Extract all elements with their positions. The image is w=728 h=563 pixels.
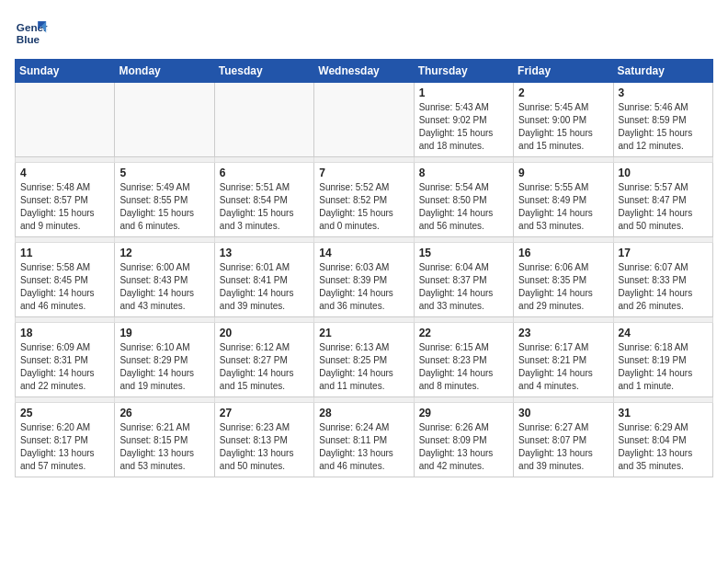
weekday-header-thursday: Thursday bbox=[414, 60, 513, 83]
day-number: 27 bbox=[220, 407, 309, 419]
calendar-cell: 14Sunrise: 6:03 AM Sunset: 8:39 PM Dayli… bbox=[314, 243, 414, 317]
day-info: Sunrise: 5:58 AM Sunset: 8:45 PM Dayligh… bbox=[20, 261, 109, 313]
calendar-week-2: 4Sunrise: 5:48 AM Sunset: 8:57 PM Daylig… bbox=[16, 163, 713, 237]
day-info: Sunrise: 5:43 AM Sunset: 9:02 PM Dayligh… bbox=[419, 101, 508, 153]
day-number: 30 bbox=[518, 407, 608, 419]
day-info: Sunrise: 5:46 AM Sunset: 8:59 PM Dayligh… bbox=[619, 101, 708, 153]
logo: General Blue bbox=[15, 15, 51, 48]
day-number: 15 bbox=[419, 247, 508, 259]
day-info: Sunrise: 6:00 AM Sunset: 8:43 PM Dayligh… bbox=[119, 261, 209, 313]
day-number: 23 bbox=[518, 327, 608, 339]
day-info: Sunrise: 6:04 AM Sunset: 8:37 PM Dayligh… bbox=[419, 261, 508, 313]
day-number: 22 bbox=[419, 327, 508, 339]
day-info: Sunrise: 6:12 AM Sunset: 8:27 PM Dayligh… bbox=[220, 341, 309, 393]
calendar-cell: 22Sunrise: 6:15 AM Sunset: 8:23 PM Dayli… bbox=[414, 323, 513, 397]
day-number: 18 bbox=[20, 327, 109, 339]
calendar-cell: 1Sunrise: 5:43 AM Sunset: 9:02 PM Daylig… bbox=[414, 83, 513, 157]
day-info: Sunrise: 6:24 AM Sunset: 8:11 PM Dayligh… bbox=[319, 421, 408, 473]
day-info: Sunrise: 6:15 AM Sunset: 8:23 PM Dayligh… bbox=[419, 341, 508, 393]
day-info: Sunrise: 6:29 AM Sunset: 8:04 PM Dayligh… bbox=[619, 421, 708, 473]
calendar-cell: 2Sunrise: 5:45 AM Sunset: 9:00 PM Daylig… bbox=[514, 83, 613, 157]
page-header: General Blue bbox=[15, 15, 713, 48]
weekday-header-sunday: Sunday bbox=[16, 60, 115, 83]
day-info: Sunrise: 6:03 AM Sunset: 8:39 PM Dayligh… bbox=[319, 261, 408, 313]
calendar-cell: 5Sunrise: 5:49 AM Sunset: 8:55 PM Daylig… bbox=[115, 163, 214, 237]
weekday-header-friday: Friday bbox=[514, 60, 613, 83]
weekday-header-monday: Monday bbox=[115, 60, 214, 83]
day-info: Sunrise: 6:27 AM Sunset: 8:07 PM Dayligh… bbox=[518, 421, 608, 473]
calendar-cell: 6Sunrise: 5:51 AM Sunset: 8:54 PM Daylig… bbox=[214, 163, 313, 237]
calendar-cell: 10Sunrise: 5:57 AM Sunset: 8:47 PM Dayli… bbox=[613, 163, 712, 237]
weekday-header-tuesday: Tuesday bbox=[214, 60, 313, 83]
calendar-cell: 18Sunrise: 6:09 AM Sunset: 8:31 PM Dayli… bbox=[16, 323, 115, 397]
calendar-cell: 30Sunrise: 6:27 AM Sunset: 8:07 PM Dayli… bbox=[514, 403, 613, 477]
calendar-cell: 4Sunrise: 5:48 AM Sunset: 8:57 PM Daylig… bbox=[16, 163, 115, 237]
day-info: Sunrise: 5:54 AM Sunset: 8:50 PM Dayligh… bbox=[419, 181, 508, 233]
day-info: Sunrise: 5:45 AM Sunset: 9:00 PM Dayligh… bbox=[518, 101, 608, 153]
calendar-cell: 7Sunrise: 5:52 AM Sunset: 8:52 PM Daylig… bbox=[314, 163, 414, 237]
day-info: Sunrise: 5:49 AM Sunset: 8:55 PM Dayligh… bbox=[119, 181, 209, 233]
calendar-cell: 12Sunrise: 6:00 AM Sunset: 8:43 PM Dayli… bbox=[115, 243, 214, 317]
calendar-cell: 13Sunrise: 6:01 AM Sunset: 8:41 PM Dayli… bbox=[214, 243, 313, 317]
day-number: 25 bbox=[20, 407, 109, 419]
day-info: Sunrise: 5:52 AM Sunset: 8:52 PM Dayligh… bbox=[319, 181, 408, 233]
calendar-week-1: 1Sunrise: 5:43 AM Sunset: 9:02 PM Daylig… bbox=[16, 83, 713, 157]
calendar-cell: 15Sunrise: 6:04 AM Sunset: 8:37 PM Dayli… bbox=[414, 243, 513, 317]
day-number: 12 bbox=[119, 247, 209, 259]
day-number: 24 bbox=[619, 327, 708, 339]
day-info: Sunrise: 6:23 AM Sunset: 8:13 PM Dayligh… bbox=[220, 421, 309, 473]
day-number: 9 bbox=[518, 167, 608, 179]
calendar-cell: 26Sunrise: 6:21 AM Sunset: 8:15 PM Dayli… bbox=[115, 403, 214, 477]
day-number: 19 bbox=[119, 327, 209, 339]
day-number: 28 bbox=[319, 407, 408, 419]
day-info: Sunrise: 6:13 AM Sunset: 8:25 PM Dayligh… bbox=[319, 341, 408, 393]
calendar-cell: 8Sunrise: 5:54 AM Sunset: 8:50 PM Daylig… bbox=[414, 163, 513, 237]
day-number: 5 bbox=[119, 167, 209, 179]
day-number: 29 bbox=[419, 407, 508, 419]
day-number: 4 bbox=[20, 167, 109, 179]
day-number: 31 bbox=[619, 407, 708, 419]
day-info: Sunrise: 5:57 AM Sunset: 8:47 PM Dayligh… bbox=[619, 181, 708, 233]
calendar-cell: 28Sunrise: 6:24 AM Sunset: 8:11 PM Dayli… bbox=[314, 403, 414, 477]
day-number: 11 bbox=[20, 247, 109, 259]
calendar-cell: 3Sunrise: 5:46 AM Sunset: 8:59 PM Daylig… bbox=[613, 83, 712, 157]
day-info: Sunrise: 6:17 AM Sunset: 8:21 PM Dayligh… bbox=[518, 341, 608, 393]
calendar-header-row: SundayMondayTuesdayWednesdayThursdayFrid… bbox=[16, 60, 713, 83]
day-info: Sunrise: 6:01 AM Sunset: 8:41 PM Dayligh… bbox=[220, 261, 309, 313]
day-number: 26 bbox=[119, 407, 209, 419]
weekday-header-saturday: Saturday bbox=[613, 60, 712, 83]
day-number: 17 bbox=[619, 247, 708, 259]
calendar-cell: 19Sunrise: 6:10 AM Sunset: 8:29 PM Dayli… bbox=[115, 323, 214, 397]
day-number: 16 bbox=[518, 247, 608, 259]
day-number: 2 bbox=[518, 86, 608, 99]
day-number: 14 bbox=[319, 247, 408, 259]
svg-text:Blue: Blue bbox=[17, 33, 40, 45]
day-info: Sunrise: 6:06 AM Sunset: 8:35 PM Dayligh… bbox=[518, 261, 608, 313]
day-info: Sunrise: 6:18 AM Sunset: 8:19 PM Dayligh… bbox=[619, 341, 708, 393]
calendar-cell: 23Sunrise: 6:17 AM Sunset: 8:21 PM Dayli… bbox=[514, 323, 613, 397]
calendar-week-4: 18Sunrise: 6:09 AM Sunset: 8:31 PM Dayli… bbox=[16, 323, 713, 397]
day-info: Sunrise: 6:07 AM Sunset: 8:33 PM Dayligh… bbox=[619, 261, 708, 313]
day-info: Sunrise: 6:26 AM Sunset: 8:09 PM Dayligh… bbox=[419, 421, 508, 473]
day-number: 13 bbox=[220, 247, 309, 259]
day-info: Sunrise: 6:10 AM Sunset: 8:29 PM Dayligh… bbox=[119, 341, 209, 393]
calendar-cell: 24Sunrise: 6:18 AM Sunset: 8:19 PM Dayli… bbox=[613, 323, 712, 397]
day-info: Sunrise: 6:09 AM Sunset: 8:31 PM Dayligh… bbox=[20, 341, 109, 393]
calendar-cell: 16Sunrise: 6:06 AM Sunset: 8:35 PM Dayli… bbox=[514, 243, 613, 317]
logo-icon: General Blue bbox=[15, 15, 48, 48]
day-number: 1 bbox=[419, 86, 508, 99]
calendar-cell: 27Sunrise: 6:23 AM Sunset: 8:13 PM Dayli… bbox=[214, 403, 313, 477]
calendar-cell bbox=[16, 83, 115, 157]
day-info: Sunrise: 5:55 AM Sunset: 8:49 PM Dayligh… bbox=[518, 181, 608, 233]
day-number: 10 bbox=[619, 167, 708, 179]
day-info: Sunrise: 5:48 AM Sunset: 8:57 PM Dayligh… bbox=[20, 181, 109, 233]
calendar-cell: 29Sunrise: 6:26 AM Sunset: 8:09 PM Dayli… bbox=[414, 403, 513, 477]
day-number: 21 bbox=[319, 327, 408, 339]
day-number: 20 bbox=[220, 327, 309, 339]
day-number: 6 bbox=[220, 167, 309, 179]
day-info: Sunrise: 5:51 AM Sunset: 8:54 PM Dayligh… bbox=[220, 181, 309, 233]
day-number: 8 bbox=[419, 167, 508, 179]
calendar-week-3: 11Sunrise: 5:58 AM Sunset: 8:45 PM Dayli… bbox=[16, 243, 713, 317]
day-number: 3 bbox=[619, 86, 708, 99]
calendar-cell: 11Sunrise: 5:58 AM Sunset: 8:45 PM Dayli… bbox=[16, 243, 115, 317]
